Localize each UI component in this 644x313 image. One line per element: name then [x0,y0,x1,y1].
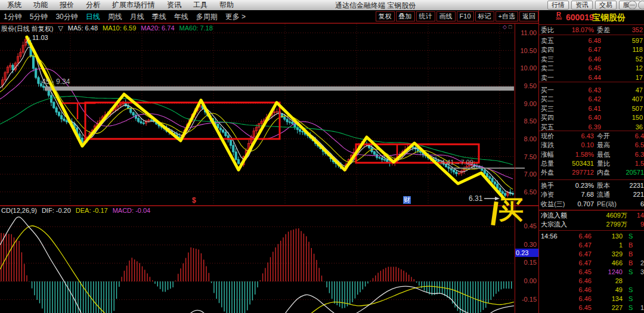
menu-item-3[interactable]: 分析 [80,0,106,10]
trade-count [633,250,644,258]
menu-item-2[interactable]: 报价 [54,0,80,10]
timeframe-3[interactable]: 日线 [86,12,100,22]
action-button-4[interactable]: F10 [457,11,474,21]
trade-time: 14:56 [541,233,565,240]
indicator-cai-icon[interactable]: 财 [403,196,411,204]
price-axis-label: 9.50 [515,82,537,89]
ask-price: 6.46 [569,55,601,63]
candlestick-chart[interactable]: 11.0345 - 9.344.41→7.096.31 [0,24,538,206]
trade-price: 6.47 [566,250,592,258]
menu-item-1[interactable]: 功能 [27,0,54,10]
trade-time [541,250,565,258]
stat-value: 6.43 [563,132,594,140]
header-part: DEA: -0.17 [76,207,108,214]
quote-row: 卖四6.47118 [539,46,644,54]
pane-icons: ◇□ [503,24,513,30]
flow-value: 4609万 [592,212,627,219]
panel-divider [539,35,644,35]
diamond-icon[interactable]: ◇ [503,24,509,30]
stat-value: 1.5 [613,160,644,168]
header-part: MA60: 7.18 [179,24,213,33]
stat-value: 1.58% [563,151,594,159]
timeframe-9[interactable]: 更多 > [225,12,246,22]
stat-value: 7.68 [563,191,594,199]
panel-divider [539,24,644,25]
quote-row: 卖一6.4417 [539,74,644,82]
menu-item-6[interactable]: 工具 [187,0,213,10]
trade-price: 6.45 [566,268,592,276]
flow-tail: 14 [628,212,644,219]
trade-count: 1 [633,304,644,312]
indicator-dollar-icon[interactable]: $ [192,196,196,204]
timeframe-2[interactable]: 30分钟 [55,12,78,22]
window-button-0[interactable]: 行情 [547,1,569,10]
quote-row: 卖二6.4512 [539,64,644,72]
timeframe-0[interactable]: 1分钟 [4,12,22,22]
action-button-3[interactable]: 画线 [436,11,456,21]
ask-volume: 52 [605,55,643,63]
quote-row: 委比18.07%委差352 [539,26,644,34]
header-part: DIF: -0.20 [42,207,71,214]
menu-item-4[interactable]: 扩展市场行情 [106,0,161,10]
menu-item-0[interactable]: 系统 [1,0,27,10]
quote-row: 收益(三)0.707PE(动)6 [539,200,644,208]
timeframe-8[interactable]: 多周期 [196,12,218,22]
quote-row: 涨幅1.58%最低6.3 [539,151,644,159]
price-axis-label: 8.50 [515,117,537,125]
menu-item-7[interactable]: 帮助 [213,0,240,10]
timeframe-4[interactable]: 周线 [108,12,122,22]
bid-label: 买一 [541,86,561,94]
action-button-7[interactable]: 返回 [519,11,538,21]
action-button-0[interactable]: 复权 [376,11,395,21]
timeframe-7[interactable]: 年线 [174,12,188,22]
timeframe-6[interactable]: 季线 [152,12,166,22]
window-control-partial[interactable] [638,1,644,10]
buy-annotation: 买 [499,197,524,223]
macd-chart[interactable] [0,206,538,313]
trade-volume: 1 [594,241,623,249]
price-axis-label: 8.00 [515,135,537,142]
main-menu: 系统功能报价分析扩展市场行情资讯工具帮助 [1,0,240,10]
bid-price: 6.43 [569,86,601,94]
menu-bar: 系统功能报价分析扩展市场行情资讯工具帮助 通达信金融终端 宝钢股份 行情资讯交易… [0,0,644,10]
bid-volume: 407 [605,95,643,103]
stat-value: 6.4 [613,132,644,140]
bid-label: 买三 [541,105,561,113]
action-button-5[interactable]: 标记 [475,11,494,21]
panel-divider [539,179,644,180]
quote-row: 6.47329B [539,250,644,258]
bid-volume: 150 [605,114,643,122]
action-button-2[interactable]: 统计 [416,11,435,21]
header-part: CD(12,26,9) [1,207,37,214]
svg-text:6.31: 6.31 [469,194,483,203]
ask-label: 卖二 [541,64,561,72]
trade-price: 6.46 [566,295,592,303]
quote-row: 买三6.41507 [539,105,644,113]
trade-time [541,268,565,276]
quote-row: 净资7.68流通221 [539,191,644,199]
quote-row: 6.47466B2 [539,259,644,267]
trade-count [633,277,644,285]
quote-row: 6.4628 [539,277,644,285]
bid-price: 6.39 [569,123,601,131]
macd-axis-label: -0.15 [515,296,537,303]
timeframe-1[interactable]: 5分钟 [30,12,48,22]
bid-label: 买四 [541,114,561,122]
action-button-6[interactable]: +自选 [496,11,518,21]
ask-price: 6.45 [569,64,601,72]
quote-row: 卖三6.4652 [539,55,644,63]
panel-divider [539,131,644,131]
action-button-1[interactable]: 叠加 [396,11,415,21]
stat-value: 6 [613,200,644,208]
window-button-2[interactable]: 交易 [595,1,617,10]
menu-item-5[interactable]: 资讯 [161,0,187,10]
window-button-1[interactable]: 资讯 [571,1,593,10]
timeframe-5[interactable]: 月线 [130,12,144,22]
box-icon[interactable]: □ [509,24,513,30]
macd-axis-label: 0.30 [515,241,537,248]
minimize-button[interactable]: — [628,1,637,10]
weicha-value: 352 [612,26,643,34]
flow-value: 2799万 [592,221,627,228]
quote-row: 卖五6.48597 [539,37,644,45]
trade-volume: 130 [594,233,623,240]
